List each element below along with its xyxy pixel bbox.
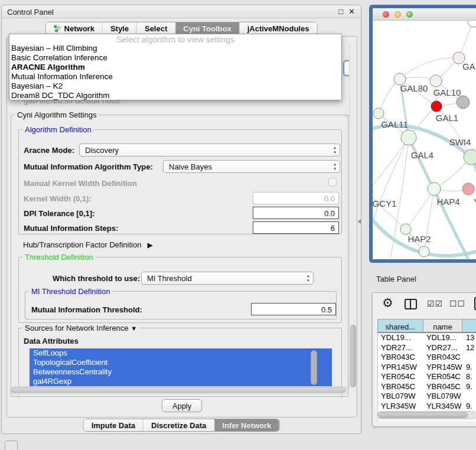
collapse-down-icon[interactable]: ▼ [131, 325, 137, 332]
network-node-label: GCY1 [373, 198, 396, 208]
apply-button[interactable]: Apply [162, 399, 202, 412]
tab-select[interactable]: Select [137, 22, 175, 34]
algorithm-option[interactable]: Basic Correlation Inference [9, 53, 341, 63]
mi-algorithm-type-value: Naive Bayes [169, 162, 212, 171]
network-view-window[interactable]: GALGAL80GAL10GAL1GAL11GAL4SWI4HAP4YGCY1H… [369, 5, 476, 263]
expand-right-icon[interactable]: ▶ [147, 241, 152, 249]
mi-algorithm-type-select[interactable]: Naive Bayes ▲▼ [163, 160, 340, 173]
table-panel-title: Table Panel [376, 275, 416, 283]
tab-impute-data[interactable]: Impute Data [84, 419, 144, 431]
manual-kernel-checkbox[interactable] [328, 178, 337, 186]
zoom-traffic-light-icon[interactable] [406, 11, 413, 18]
tab-cyni-toolbox[interactable]: Cyni Toolbox [175, 22, 239, 34]
network-node-hap4[interactable] [428, 182, 441, 195]
deselect-all-columns-icon[interactable]: ☐☐ [449, 299, 465, 308]
kernel-width-field[interactable]: 0.0 [253, 192, 339, 204]
hub-transcription-section[interactable]: Hub/Transcription Factor Definition▶ [23, 240, 153, 249]
table-row[interactable]: YBR043CYBR043C [378, 353, 476, 363]
algorithm-option[interactable]: Bayesian – K2 [9, 81, 341, 91]
network-edge[interactable] [409, 138, 434, 189]
select-all-columns-icon[interactable]: ☑☑ [427, 299, 443, 308]
table-column-header[interactable]: shared... [378, 319, 423, 332]
table-body: YDL19...YDL19...13YDR27...YDR27...12YBR0… [377, 333, 476, 421]
table-row[interactable]: YER054CYER054C8. [378, 372, 476, 382]
table-cell: YBR045C [423, 382, 463, 392]
network-icon [54, 25, 61, 32]
network-node-label: Y [474, 197, 476, 207]
network-node-y[interactable] [462, 183, 474, 195]
mi-threshold-field[interactable]: 0.5 [251, 303, 336, 315]
network-node-label: GAL10 [433, 87, 461, 97]
attribute-list-item[interactable]: BetweennessCentrality [30, 367, 332, 377]
close-traffic-light-icon[interactable] [383, 11, 389, 18]
combo-arrows-icon: ▲▼ [333, 162, 337, 171]
attribute-list-item[interactable]: SelfLoops [30, 348, 332, 358]
minimized-panel-icon[interactable] [5, 441, 18, 450]
table-cell: YDR27... [423, 343, 463, 353]
table-row[interactable]: YBR045CYBR045C9. [378, 382, 476, 392]
table-cell: YPR145W [423, 363, 463, 373]
attribute-list-scrollbar[interactable] [311, 350, 317, 385]
algorithm-option[interactable]: Bayesian – Hill Climbing [9, 44, 341, 53]
algorithm-option[interactable]: Dream8 DC_TDC Algorithm [9, 91, 341, 100]
table-scrollbar-thumb[interactable] [378, 412, 468, 418]
combo-arrows-icon: ▲▼ [307, 273, 310, 283]
network-node-gal1[interactable] [431, 101, 442, 112]
table-column-header[interactable] [462, 319, 476, 332]
horizontal-scrollbar-thumb[interactable] [11, 387, 346, 393]
dpi-tolerance-field[interactable]: 0.0 [253, 207, 339, 219]
table-row[interactable]: YBL079WYBL079W [378, 392, 476, 402]
network-node[interactable] [457, 96, 470, 109]
network-node-swi4[interactable] [464, 149, 476, 165]
network-edge[interactable] [373, 138, 409, 233]
network-canvas[interactable]: GALGAL80GAL10GAL1GAL11GAL4SWI4HAP4YGCY1H… [373, 21, 476, 262]
dpi-tolerance-label: DPI Tolerance [0,1]: [24, 209, 94, 218]
gear-icon[interactable]: ⚙ [382, 296, 393, 310]
algorithm-definition-group: Algorithm Definition Aracne Mode: Discov… [18, 129, 342, 234]
network-node-hap2[interactable] [400, 224, 411, 234]
tab-infer-network[interactable]: Infer Network [214, 419, 279, 431]
network-node-gal10[interactable] [430, 75, 442, 87]
minimize-traffic-light-icon[interactable] [395, 11, 401, 18]
aracne-mode-select[interactable]: Discovery ▲▼ [79, 144, 340, 156]
network-edge[interactable] [406, 189, 434, 229]
table-cell: YDR27... [378, 343, 423, 353]
mi-threshold-label: Mutual Information Threshold: [31, 305, 142, 314]
node-table: shared...name YDL19...YDL19...13YDR27...… [377, 319, 476, 421]
table-row[interactable]: YDL19...YDL19...13 [378, 333, 476, 343]
close-window-icon[interactable]: ✕ [348, 7, 355, 16]
algorithm-option[interactable]: Mutual Information Inference [9, 72, 341, 81]
network-node[interactable] [419, 246, 429, 257]
mi-steps-field[interactable]: 6 [253, 221, 339, 234]
hub-transcription-label: Hub/Transcription Factor Definition [23, 240, 141, 249]
splitter-collapse-icon[interactable] [358, 219, 361, 224]
table-row[interactable]: YDR27...YDR27...12 [378, 343, 476, 353]
network-node-gal11[interactable] [373, 108, 384, 119]
float-window-icon[interactable]: □ [338, 7, 343, 16]
table-row[interactable]: YPR145WYPR145W9. [378, 363, 476, 373]
algorithm-option[interactable]: ARACNE Algorithm [9, 63, 341, 72]
attribute-list-item[interactable]: gal4RGexp [30, 377, 332, 386]
vertical-scrollbar-thumb[interactable] [350, 325, 356, 387]
network-edge[interactable] [400, 58, 459, 79]
network-edge[interactable] [373, 138, 409, 192]
attribute-list-item[interactable]: TopologicalCoefficient [30, 358, 332, 367]
tab-jactivemnodules[interactable]: jActiveMNodules [240, 22, 317, 34]
network-node[interactable] [468, 21, 476, 27]
which-threshold-select[interactable]: MI Threshold ▲▼ [141, 272, 314, 285]
table-horizontal-scrollbar[interactable] [377, 411, 476, 419]
network-node-gal4[interactable] [401, 130, 416, 145]
table-cell: 9. [463, 402, 476, 412]
columns-icon[interactable] [405, 299, 417, 309]
tab-network[interactable]: Network [46, 22, 103, 34]
control-panel-title: Control Panel [7, 8, 54, 17]
settings-vertical-scrollbar[interactable] [349, 43, 357, 390]
table-column-header[interactable]: name [423, 319, 463, 332]
mi-threshold-group-title: MI Threshold Definition [29, 287, 112, 296]
table-row[interactable]: YLR345WYLR345W9. [378, 402, 476, 412]
table-header-row: shared...name [377, 319, 476, 333]
data-attributes-list[interactable]: SelfLoopsTopologicalCoefficientBetweenne… [30, 348, 332, 387]
settings-horizontal-scrollbar[interactable] [9, 386, 348, 394]
tab-discretize-data[interactable]: Discretize Data [144, 419, 214, 431]
tab-style[interactable]: Style [103, 22, 137, 34]
